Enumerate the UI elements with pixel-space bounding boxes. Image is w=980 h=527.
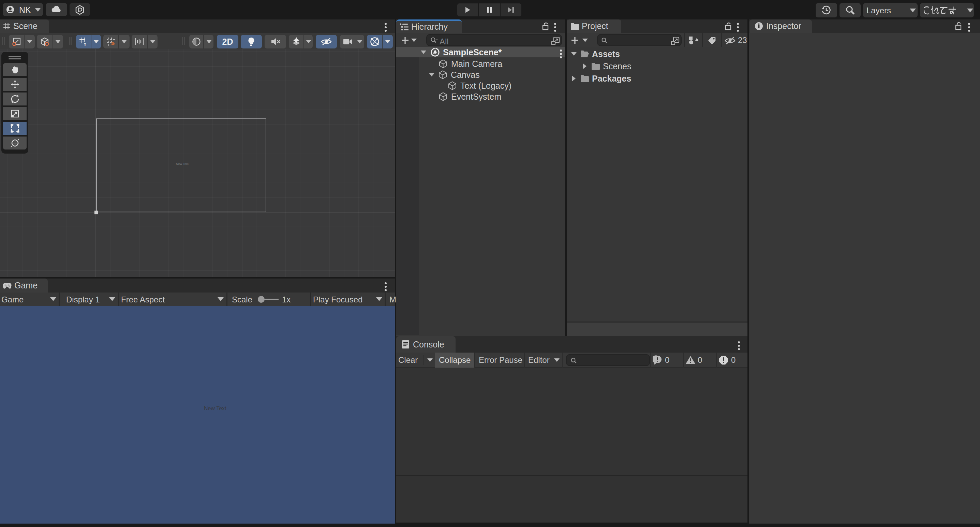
svg-text:Y: Y xyxy=(84,42,87,46)
